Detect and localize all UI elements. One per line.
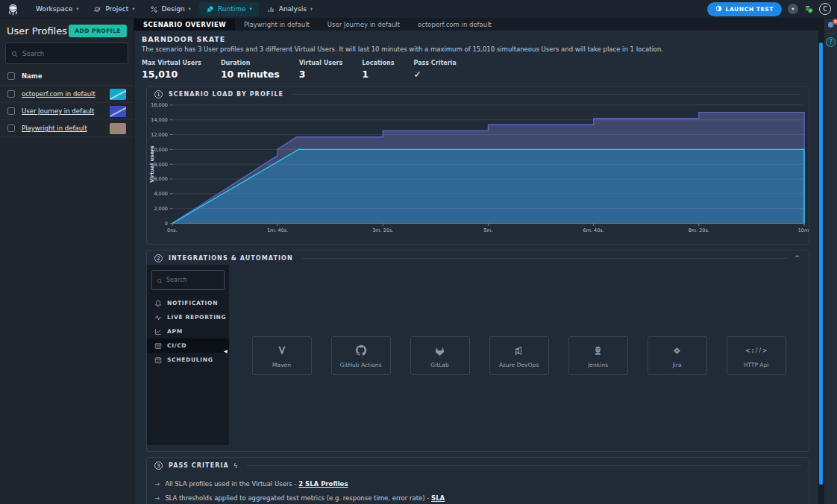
launch-test-button[interactable]: LAUNCH TEST — [707, 2, 782, 16]
http-api-icon: < : / / > — [745, 344, 767, 358]
app-shell: User Profiles ADD PROFILE Name octoperf.… — [0, 19, 837, 504]
card-label: GitLab — [430, 362, 448, 368]
integration-cards: MavenGitHub ActionsGitLabAzure DevOpsJen… — [229, 265, 809, 451]
section-number-badge: 1 — [154, 90, 163, 98]
integrations-search-input[interactable] — [166, 277, 219, 283]
integration-category-scheduling[interactable]: SCHEDULING — [147, 353, 229, 367]
azure-devops-icon — [513, 344, 524, 358]
criteria-link[interactable]: SLA — [431, 494, 445, 502]
planet-icon — [93, 5, 101, 13]
profiles-search[interactable] — [5, 42, 128, 64]
chevron-down-icon: ▾ — [249, 6, 251, 12]
scheduling-icon — [154, 356, 162, 364]
add-profile-button[interactable]: ADD PROFILE — [69, 25, 127, 37]
profile-row-user-journey-in-default: User Journey in default — [0, 103, 134, 120]
nav-item-project[interactable]: Project ▾ — [87, 2, 141, 16]
profile-link[interactable]: Playwright in default — [22, 125, 103, 132]
tab-scenario-overview[interactable]: SCENARIO OVERVIEW — [134, 19, 235, 31]
help-button[interactable]: ? — [826, 37, 836, 47]
svg-text:6m. 40s.: 6m. 40s. — [583, 227, 604, 233]
integration-card-jira[interactable]: Jira — [648, 336, 707, 375]
nav-label: Project — [105, 5, 128, 13]
nav-item-runtime[interactable]: Runtime ▾ — [199, 2, 259, 16]
profile-checkbox[interactable] — [7, 90, 15, 98]
integration-category-live-reporting[interactable]: LIVE REPORTING — [147, 310, 229, 324]
integrations-search[interactable] — [151, 270, 225, 290]
octoperf-logo-icon[interactable] — [6, 2, 20, 16]
scenario-description: The scenario has 3 User profiles and 3 d… — [142, 45, 811, 53]
scrollbar-thumb[interactable] — [819, 42, 823, 485]
jira-icon — [671, 344, 683, 358]
integration-card-azure-devops[interactable]: Azure DevOps — [489, 336, 549, 375]
user-avatar[interactable]: C — [819, 3, 831, 15]
section-number-badge: 3 — [154, 462, 163, 470]
octoperf-app: Workspace ▾ Project ▾ Design ▾ Runtime ▾… — [0, 0, 837, 504]
maven-icon — [276, 344, 288, 358]
notification-badge: 3 — [833, 19, 837, 25]
divider — [827, 33, 835, 34]
profiles-search-input[interactable] — [22, 50, 122, 57]
stat-virtual-users: Virtual Users3 — [299, 60, 343, 80]
stat-max-virtual-users: Max Virtual Users15,010 — [142, 60, 201, 80]
collapse-menu-icon[interactable]: ◀ — [224, 348, 228, 353]
category-label: CI/CD — [167, 342, 186, 349]
integration-category-ci-cd[interactable]: CI/CD — [147, 338, 229, 353]
tab-user-journey-in-default[interactable]: User Journey in default — [319, 19, 409, 31]
profile-checkbox[interactable] — [7, 107, 15, 115]
integration-card-github-actions[interactable]: GitHub Actions — [331, 336, 391, 375]
stat-locations: Locations1 — [362, 60, 394, 80]
stat-value: 1 — [362, 69, 394, 80]
card-label: GitHub Actions — [340, 362, 382, 368]
select-all-checkbox[interactable] — [7, 72, 15, 80]
stat-label: Pass Criteria — [413, 60, 456, 66]
integration-card-maven[interactable]: Maven — [252, 336, 312, 375]
chevron-down-icon: ▾ — [310, 6, 313, 12]
integration-card-jenkins[interactable]: Jenkins — [568, 336, 628, 375]
criteria-link[interactable]: 2 SLA Profiles — [298, 480, 348, 488]
nav-item-design[interactable]: Design ▾ — [143, 2, 198, 16]
nav-item-workspace[interactable]: Workspace ▾ — [29, 2, 85, 16]
divider — [292, 94, 801, 95]
cicd-icon — [154, 342, 162, 350]
nav-label: Runtime — [218, 5, 246, 13]
load-profile-chart: 02,0004,0006,0008,00010,00012,00014,0001… — [147, 101, 809, 244]
integration-category-notification[interactable]: NOTIFICATION — [147, 296, 229, 310]
collapse-section-button[interactable]: ^ — [793, 255, 801, 262]
integration-category-apm[interactable]: APM — [147, 324, 229, 338]
tab-playwright-in-default[interactable]: Playwright in default — [235, 19, 319, 31]
launch-options-button[interactable]: ▾ — [788, 4, 798, 14]
profile-link[interactable]: User Journey in default — [22, 107, 103, 115]
nav-label: Analysis — [279, 5, 307, 13]
rocket-icon — [206, 5, 214, 13]
section-title: PASS CRITERIA — [169, 462, 229, 469]
svg-text:8,000: 8,000 — [154, 162, 168, 168]
profile-color-swatch — [110, 89, 126, 100]
svg-text:10m.: 10m. — [798, 227, 809, 233]
apm-icon — [154, 328, 162, 336]
integration-card-http-api[interactable]: < : / / >HTTP Api — [727, 336, 786, 375]
stat-value: 15,010 — [142, 69, 201, 80]
category-label: NOTIFICATION — [167, 300, 218, 306]
stat-value: ✓ — [413, 69, 456, 80]
nav-item-analysis[interactable]: Analysis ▾ — [260, 2, 319, 16]
top-nav: Workspace ▾ Project ▾ Design ▾ Runtime ▾… — [0, 0, 837, 19]
nav-label: Design — [162, 5, 185, 13]
tab-octoperf-com-in-default[interactable]: octoperf.com in default — [409, 19, 501, 31]
integration-card-gitlab[interactable]: GitLab — [410, 336, 470, 375]
test-status-icon[interactable] — [804, 4, 813, 13]
svg-text:Virtual users: Virtual users — [149, 146, 155, 183]
support-icon[interactable]: 3 — [827, 21, 835, 29]
svg-text:3m. 20s.: 3m. 20s. — [372, 227, 393, 233]
profile-color-swatch — [110, 106, 126, 117]
nav-label: Workspace — [36, 5, 72, 13]
stat-value: 3 — [299, 69, 343, 80]
profile-checkbox[interactable] — [7, 125, 15, 132]
arrow-right-icon: → — [154, 494, 160, 502]
card-label: Jenkins — [588, 362, 608, 368]
criteria-text: All SLA profiles used in the Virtual Use… — [165, 480, 348, 488]
svg-text:0ns.: 0ns. — [167, 227, 178, 233]
stat-label: Locations — [362, 60, 394, 66]
section-title: INTEGRATIONS & AUTOMATION — [169, 255, 293, 262]
profile-link[interactable]: octoperf.com in default — [22, 90, 103, 98]
svg-text:1m. 40s.: 1m. 40s. — [267, 227, 288, 233]
